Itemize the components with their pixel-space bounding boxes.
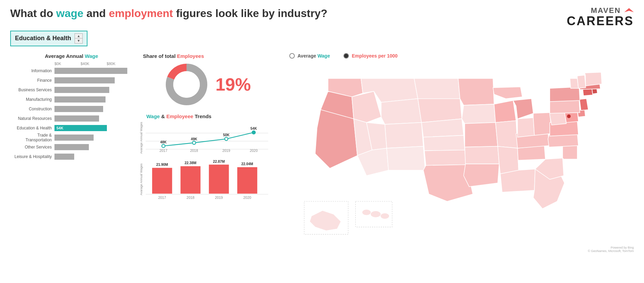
table-row: Finance: [10, 77, 133, 84]
bar-y-axis-label: Avarage Annual Wages: [140, 163, 144, 195]
svg-text:2017: 2017: [160, 148, 167, 152]
trend-emp-label: Employeee: [166, 113, 193, 119]
axis-80k: $80K: [107, 62, 133, 66]
emp-label-2017: 21.90M: [156, 163, 168, 167]
state-ak: [310, 210, 341, 231]
legend-wage-item: Average Wage: [289, 53, 330, 59]
spin-up-button[interactable]: ▲: [75, 34, 82, 38]
line-y-axis-label: Avarage Annual Wages: [140, 122, 144, 154]
bar-other: [54, 144, 89, 150]
state-ct: [583, 89, 593, 95]
page-wrapper: What do wage and employment figures look…: [0, 0, 644, 283]
state-ok: [424, 150, 466, 165]
bar-trade: [54, 135, 94, 141]
bar-trend-wrapper: Avarage Annual Wages 21.90M 22.38M 22.87…: [140, 157, 276, 201]
bar-label-information: Information: [10, 68, 54, 73]
logo: MAVEN CAREERS: [567, 7, 634, 27]
sector-selector[interactable]: Education & Health ▲ ▼: [10, 31, 87, 46]
state-in: [517, 117, 534, 137]
state-nm: [387, 146, 425, 170]
table-row: Information: [10, 67, 133, 75]
bar-label-natural: Natural Resources: [10, 116, 54, 121]
bar-chart-title: Average Annual Wage: [10, 53, 133, 59]
svg-text:2018: 2018: [190, 148, 198, 152]
bar-chart-area: Information Finance Business Services: [10, 67, 133, 160]
state-me: [585, 72, 602, 86]
state-mi-lower: [513, 98, 533, 119]
svg-text:2019: 2019: [215, 196, 223, 200]
bar-label-edu-health: Education & Health: [10, 126, 54, 130]
state-vt: [570, 78, 578, 88]
table-row: Leisure & Hospitality: [10, 153, 133, 160]
radio-emp-icon[interactable]: [343, 53, 349, 59]
right-panel: Average Wage Employees per 1000: [283, 53, 634, 257]
axis-labels: $0K $40K $80K: [54, 62, 133, 66]
state-ar: [465, 146, 499, 164]
emp-bar-2019: [209, 165, 229, 194]
state-co: [385, 122, 423, 148]
map-credit: Powered by Bing © GeoNames, Microsoft, T…: [588, 246, 634, 253]
bar-trend-svg: 21.90M 22.38M 22.87M 22.04M 2017 2018 20…: [146, 157, 268, 201]
trend-title: Wage & Employeee Trends: [136, 113, 211, 119]
state-mn: [458, 78, 494, 105]
line-point-2020: [252, 131, 255, 134]
bar-container-information: [54, 68, 133, 74]
state-hi-1: [362, 209, 371, 215]
emp-label-2018: 22.38M: [184, 161, 196, 165]
svg-text:2020: 2020: [243, 196, 251, 200]
emp-bar-2017: [152, 168, 172, 194]
state-mo: [465, 122, 498, 147]
table-row: Trade & Transportation: [10, 134, 133, 141]
line-point-2017: [162, 144, 165, 147]
state-ks: [423, 135, 465, 151]
trend-wage-label: Wage: [146, 113, 160, 119]
bar-construction: [54, 106, 103, 112]
state-nd: [414, 78, 460, 98]
bar-label-construction: Construction: [10, 107, 54, 111]
donut-row: 19%: [164, 62, 251, 107]
bar-container-business: [54, 87, 133, 93]
bar-leisure: [54, 154, 74, 160]
wage-word: wage: [56, 7, 83, 19]
percentage-display: 19%: [215, 74, 251, 95]
bar-business: [54, 87, 109, 93]
line-label-2019: 50K: [223, 133, 230, 137]
main-title: What do wage and employment figures look…: [10, 7, 327, 20]
emp-bar-2020: [237, 167, 257, 194]
table-row: Manufacturing: [10, 96, 133, 103]
share-title: Share of total Employees: [136, 53, 204, 59]
map-credit-line2: © GeoNames, Microsoft, TomTom: [588, 249, 634, 253]
bar-manufacturing: [54, 96, 106, 103]
bar-container-edu-health: 54K: [54, 125, 133, 131]
bar-label-other: Other Services: [10, 145, 54, 150]
state-wi: [494, 100, 516, 123]
header: What do wage and employment figures look…: [10, 7, 634, 27]
svg-text:2017: 2017: [158, 196, 166, 200]
state-ny: [550, 87, 580, 101]
bar-container-leisure: [54, 154, 133, 160]
axis-40k: $40K: [81, 62, 107, 66]
radio-wage-icon[interactable]: [289, 53, 295, 59]
legend-wage-label: Average Wage: [297, 53, 330, 59]
bar-information: [54, 68, 127, 74]
share-employees-label: Employees: [177, 53, 204, 59]
bar-natural: [54, 115, 99, 122]
svg-text:2018: 2018: [187, 196, 194, 200]
table-row: Natural Resources: [10, 115, 133, 122]
state-al: [500, 169, 535, 192]
state-sc: [563, 144, 577, 159]
spin-down-button[interactable]: ▼: [75, 38, 82, 43]
bar-container-manufacturing: [54, 96, 133, 103]
bar-label-trade: Trade & Transportation: [10, 133, 54, 142]
line-chart-wrapper: Avarage Annual Wages: [140, 122, 276, 154]
sector-label: Education & Health: [15, 35, 71, 42]
bar-container-natural: [54, 115, 133, 122]
us-map-svg: [283, 62, 634, 253]
state-wy: [381, 98, 421, 124]
state-hi-3: [381, 213, 389, 219]
state-nh: [577, 75, 586, 89]
table-row: Construction: [10, 105, 133, 113]
line-label-2018: 49K: [191, 137, 198, 141]
state-ms: [498, 146, 518, 174]
bar-container-finance: [54, 77, 133, 83]
